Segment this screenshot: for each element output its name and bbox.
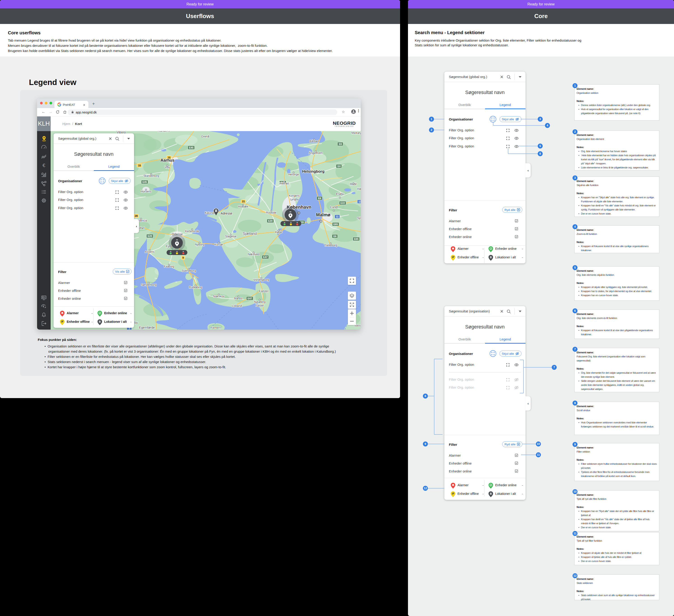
svg-text:Häs: Häs xyxy=(357,187,361,191)
svg-text:Markaryd: Markaryd xyxy=(351,131,361,134)
svg-text:28: 28 xyxy=(135,214,138,217)
svg-text:13: 13 xyxy=(358,200,361,203)
svg-text:Aarhus: Aarhus xyxy=(160,158,175,163)
svg-text:Nykøbing: Nykøbing xyxy=(254,300,265,304)
svg-text:E6: E6 xyxy=(333,235,336,237)
svg-text:Helsingborg: Helsingborg xyxy=(302,169,324,174)
svg-text:Femern: Femern xyxy=(211,326,221,329)
svg-text:Falster: Falster xyxy=(259,289,269,293)
svg-text:Adresse: Adresse xyxy=(221,212,232,215)
svg-text:E4: E4 xyxy=(337,165,341,168)
svg-text:E45: E45 xyxy=(189,146,194,149)
svg-text:15: 15 xyxy=(138,164,141,167)
svg-text:E47: E47 xyxy=(263,256,267,259)
svg-text:21: 21 xyxy=(242,200,245,203)
svg-text:by: by xyxy=(134,321,138,324)
svg-text:E65: E65 xyxy=(333,223,338,226)
svg-text:E65: E65 xyxy=(354,237,358,240)
svg-text:Egernførde: Egernførde xyxy=(139,326,155,329)
svg-text:Kongens: Kongens xyxy=(289,194,300,197)
svg-text:E47: E47 xyxy=(247,297,252,300)
svg-text:Lund: Lund xyxy=(330,205,337,209)
svg-text:Eslöv: Eslöv xyxy=(336,192,344,196)
svg-text:9: 9 xyxy=(183,256,184,259)
svg-text:Lyngby: Lyngby xyxy=(290,198,299,201)
svg-text:E45: E45 xyxy=(142,181,147,183)
svg-text:Malmø: Malmø xyxy=(316,212,330,217)
svg-text:Falster: Falster xyxy=(256,304,264,307)
svg-text:Sjö: Sjö xyxy=(357,216,361,220)
svg-text:E20: E20 xyxy=(268,219,272,222)
svg-text:Lolland: Lolland xyxy=(232,304,242,308)
svg-text:E6: E6 xyxy=(339,143,342,145)
svg-text:Grenå: Grenå xyxy=(201,135,210,138)
svg-text:Sjælland: Sjælland xyxy=(243,232,257,235)
svg-text:E6: E6 xyxy=(318,197,321,200)
svg-text:E20: E20 xyxy=(147,235,152,237)
svg-text:E22: E22 xyxy=(340,202,345,204)
svg-text:Randers: Randers xyxy=(158,131,170,132)
svg-text:11: 11 xyxy=(336,215,339,218)
svg-text:€: € xyxy=(42,163,45,168)
